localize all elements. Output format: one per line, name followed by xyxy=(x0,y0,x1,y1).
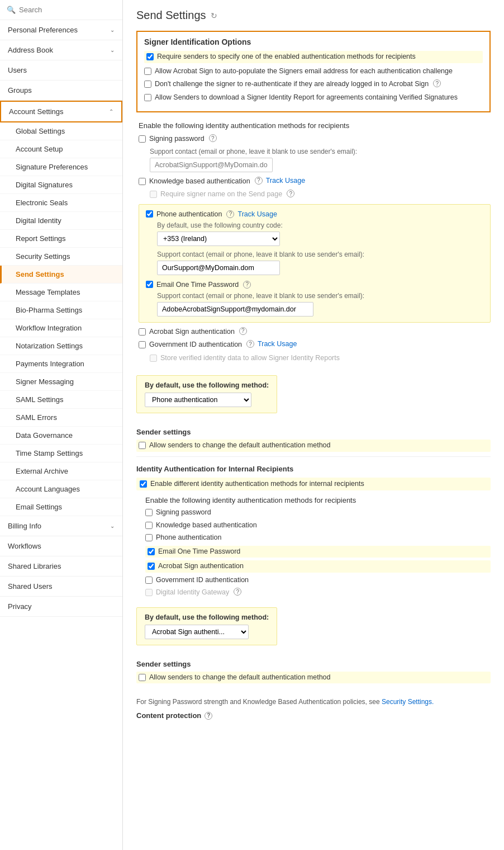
int-email-otp-checkbox[interactable] xyxy=(148,548,155,555)
sidebar-sub-send-settings[interactable]: Send Settings xyxy=(0,266,122,284)
help-icon-acrobat-sign-auth[interactable]: ? xyxy=(239,327,247,335)
sidebar-item-billing-info[interactable]: Billing Info ⌄ xyxy=(0,516,122,536)
sidebar-sub-account-setup[interactable]: Account Setup xyxy=(0,140,122,158)
sidebar-item-privacy[interactable]: Privacy xyxy=(0,597,122,617)
sidebar-item-workflows[interactable]: Workflows xyxy=(0,536,122,556)
sidebar-item-label: Groups xyxy=(8,86,32,95)
signer-id-checkbox-3[interactable] xyxy=(144,81,151,88)
email-otp-checkbox[interactable] xyxy=(146,281,153,288)
sidebar-sub-email-settings[interactable]: Email Settings xyxy=(0,498,122,516)
signer-id-checkbox-2[interactable] xyxy=(144,68,151,75)
kba-track-usage-link[interactable]: Track Usage xyxy=(266,177,305,185)
signer-id-checkbox-4[interactable] xyxy=(144,94,151,101)
sidebar-item-address-book[interactable]: Address Book ⌄ xyxy=(0,40,122,60)
phone-auth-row: Phone authentication ? Track Usage xyxy=(146,210,483,218)
security-settings-link[interactable]: Security Settings. xyxy=(382,698,434,706)
store-verified-label: Store verified identity data to allow Si… xyxy=(160,353,340,363)
sidebar-sub-signer-messaging[interactable]: Signer Messaging xyxy=(0,373,122,391)
email-otp-support-input[interactable] xyxy=(157,302,313,317)
sidebar-sub-saml-settings[interactable]: SAML Settings xyxy=(0,391,122,409)
chevron-down-icon: ⌄ xyxy=(110,523,115,529)
help-icon-content-protection[interactable]: ? xyxy=(205,712,212,720)
help-icon-phone-auth[interactable]: ? xyxy=(226,210,234,218)
acrobat-sign-auth-checkbox[interactable] xyxy=(139,328,146,336)
sidebar-sub-message-templates[interactable]: Message Templates xyxy=(0,284,122,301)
sidebar-sub-external-archive[interactable]: External Archive xyxy=(0,462,122,480)
gov-id-checkbox[interactable] xyxy=(139,341,146,348)
int-sender-allow-change-checkbox[interactable] xyxy=(139,674,146,681)
search-bar[interactable]: 🔍 xyxy=(0,0,122,20)
sidebar-sub-global-settings[interactable]: Global Settings xyxy=(0,122,122,140)
chevron-down-icon: ⌄ xyxy=(110,47,115,53)
sidebar-sub-data-governance[interactable]: Data Governance xyxy=(0,427,122,445)
int-kba-checkbox[interactable] xyxy=(145,522,153,529)
int-acrobat-sign-checkbox[interactable] xyxy=(148,563,155,570)
help-icon-3[interactable]: ? xyxy=(433,79,441,87)
signer-id-option-1: Require senders to specify one of the en… xyxy=(144,51,483,63)
help-icon-email-otp[interactable]: ? xyxy=(243,281,251,289)
kba-signer-name-label: Require signer name on the Send page xyxy=(160,190,282,200)
country-code-select[interactable]: +353 (Ireland) +1 (United States) +44 (U… xyxy=(157,232,280,246)
int-signing-pwd-checkbox[interactable] xyxy=(145,509,153,516)
sidebar-sub-time-stamp[interactable]: Time Stamp Settings xyxy=(0,445,122,462)
sidebar-item-users[interactable]: Users xyxy=(0,60,122,81)
signing-pwd-support-input[interactable] xyxy=(150,158,273,172)
sidebar-sub-security-settings[interactable]: Security Settings xyxy=(0,248,122,266)
help-icon-kba[interactable]: ? xyxy=(255,177,263,185)
store-verified-checkbox[interactable] xyxy=(150,355,157,362)
sidebar-item-groups[interactable]: Groups xyxy=(0,81,122,101)
signer-id-option-4: Allow Senders to download a Signer Ident… xyxy=(144,93,483,103)
sender-allow-change-checkbox[interactable] xyxy=(139,442,146,449)
sidebar-item-label: Address Book xyxy=(8,46,53,54)
sidebar-item-personal-preferences[interactable]: Personal Preferences ⌄ xyxy=(0,20,122,40)
help-icon-signing-pwd[interactable]: ? xyxy=(209,134,217,142)
signing-password-row: Signing password ? xyxy=(139,134,491,144)
sidebar-item-account-settings[interactable]: Account Settings ⌃ xyxy=(0,101,122,122)
sender-allow-change-label: Allow senders to change the default auth… xyxy=(149,441,331,451)
sidebar-sub-account-languages[interactable]: Account Languages xyxy=(0,480,122,498)
int-default-method-label: By default, use the following method: xyxy=(145,613,269,621)
search-icon: 🔍 xyxy=(7,6,16,14)
signer-id-checkbox-1[interactable] xyxy=(146,53,154,60)
default-method-select[interactable]: Phone authentication Email One Time Pass… xyxy=(145,393,251,407)
sidebar-item-label: Users xyxy=(8,66,27,74)
sidebar-sub-bio-pharma[interactable]: Bio-Pharma Settings xyxy=(0,301,122,319)
sidebar-sub-workflow-integration[interactable]: Workflow Integration xyxy=(0,319,122,337)
help-icon-kba-signer[interactable]: ? xyxy=(287,190,294,197)
sidebar-sub-electronic-seals[interactable]: Electronic Seals xyxy=(0,194,122,212)
acrobat-sign-auth-row: Acrobat Sign authentication ? xyxy=(139,327,491,337)
int-digital-id-checkbox[interactable] xyxy=(145,589,153,596)
sidebar-sub-saml-errors[interactable]: SAML Errors xyxy=(0,409,122,427)
sidebar-sub-digital-signatures[interactable]: Digital Signatures xyxy=(0,176,122,194)
internal-methods-group: Signing password Knowledge based authent… xyxy=(145,508,491,598)
search-input[interactable] xyxy=(19,6,116,14)
footer-note: For Signing Password strength and Knowle… xyxy=(136,692,491,706)
phone-auth-label: Phone authentication xyxy=(156,210,222,218)
sidebar-item-shared-users[interactable]: Shared Users xyxy=(0,577,122,597)
signer-id-label-2: Allow Acrobat Sign to auto-populate the … xyxy=(155,67,453,77)
gov-id-track-usage-link[interactable]: Track Usage xyxy=(258,340,297,348)
sidebar-sub-notarization[interactable]: Notarization Settings xyxy=(0,337,122,355)
acrobat-sign-auth-label: Acrobat Sign authentication xyxy=(149,327,235,337)
int-digital-id-label: Digital Identity Gateway xyxy=(156,588,229,598)
sidebar-sub-digital-identity[interactable]: Digital Identity xyxy=(0,212,122,230)
phone-auth-track-usage-link[interactable]: Track Usage xyxy=(237,210,277,218)
phone-auth-checkbox[interactable] xyxy=(146,210,153,218)
default-method-label: By default, use the following method: xyxy=(145,381,269,389)
int-default-method-select[interactable]: Acrobat Sign authenti... Phone authentic… xyxy=(145,625,249,639)
sidebar-item-shared-libraries[interactable]: Shared Libraries xyxy=(0,556,122,577)
help-icon-int-digital-id[interactable]: ? xyxy=(234,588,241,596)
page-title: Send Settings ↻ xyxy=(136,9,491,22)
sidebar-sub-signature-preferences[interactable]: Signature Preferences xyxy=(0,158,122,176)
int-phone-checkbox[interactable] xyxy=(145,534,153,541)
signing-password-checkbox[interactable] xyxy=(139,135,146,143)
refresh-icon[interactable]: ↻ xyxy=(211,11,217,20)
kba-signer-name-checkbox[interactable] xyxy=(150,191,157,198)
help-icon-gov-id[interactable]: ? xyxy=(246,340,254,348)
phone-support-contact-input[interactable] xyxy=(157,261,280,275)
int-gov-id-checkbox[interactable] xyxy=(145,577,153,584)
enable-internal-checkbox[interactable] xyxy=(140,480,147,488)
sidebar-sub-report-settings[interactable]: Report Settings xyxy=(0,230,122,248)
kba-checkbox[interactable] xyxy=(139,178,146,185)
sidebar-sub-payments-integration[interactable]: Payments Integration xyxy=(0,355,122,373)
